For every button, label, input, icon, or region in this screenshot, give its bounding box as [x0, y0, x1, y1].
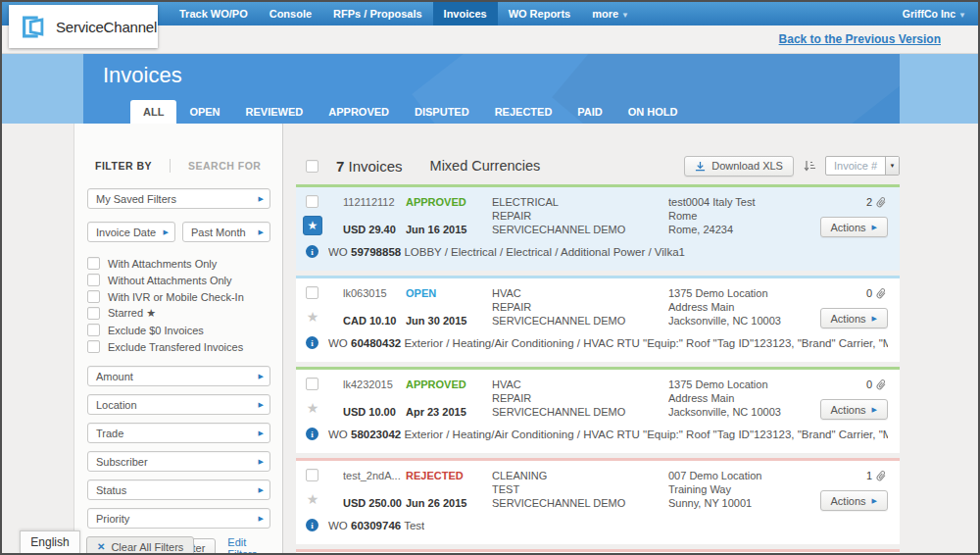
wo-description: LOBBY / Electrical / Electrical / Additi… [404, 246, 685, 258]
tab-on-hold[interactable]: ON HOLD [615, 100, 691, 124]
invoice-number[interactable]: lk063015 [343, 286, 406, 300]
invoice-date-select[interactable]: Invoice Date ▶ [87, 222, 175, 242]
location-line: 1375 Demo Location [668, 286, 823, 300]
invoice-number[interactable]: 112112112 [343, 195, 406, 209]
info-icon[interactable]: i [306, 428, 318, 440]
invoice-date: Jun 16 2015 [406, 223, 492, 236]
invoice-number[interactable]: lk4232015 [343, 378, 406, 391]
trade-line: SERVICECHANNEL DEMO [492, 405, 668, 419]
trade-line: HVAC [492, 286, 668, 300]
star-icon[interactable]: ★ [303, 489, 322, 509]
nav-track-wopo[interactable]: Track WO/PO [169, 2, 259, 25]
location-filter-select[interactable]: Location▶ [87, 394, 270, 415]
actions-button[interactable]: Actions ▶ [820, 399, 888, 420]
sort-order-icon[interactable] [803, 159, 816, 173]
nav-wo-reports[interactable]: WO Reports [498, 2, 582, 25]
attachments-count[interactable]: 0 [866, 286, 886, 300]
star-icon[interactable]: ★ [303, 307, 322, 327]
date-range-select[interactable]: Past Month ▶ [182, 222, 270, 242]
subscriber-filter-select[interactable]: Subscriber▶ [87, 451, 270, 472]
info-icon[interactable]: i [306, 336, 318, 349]
status-badge: REJECTED [406, 469, 492, 482]
page-title: Invoices [103, 63, 182, 88]
location-line: 1375 Demo Location [668, 378, 823, 391]
invoice-row-partial [296, 549, 900, 555]
tab-disputed[interactable]: DISPUTED [402, 100, 482, 124]
language-selector[interactable]: English [20, 530, 80, 553]
actions-button[interactable]: Actions ▶ [820, 217, 888, 237]
row-checkbox[interactable] [306, 286, 318, 299]
tab-reviewed[interactable]: REVIEWED [233, 100, 317, 124]
chevron-right-icon: ▶ [164, 227, 169, 235]
row-checkbox[interactable] [306, 195, 318, 208]
brand-logo[interactable]: ServiceChannel [9, 5, 158, 48]
trade-line: REPAIR [492, 209, 668, 223]
work-order-info: i WO 60480432 Exterior / Heating/Air Con… [306, 336, 888, 349]
paperclip-icon [873, 194, 889, 210]
select-all-checkbox[interactable] [306, 160, 318, 173]
checkbox-label: Exclude Transfered Invoices [108, 341, 243, 353]
tab-all[interactable]: ALL [130, 100, 176, 124]
exclude-zero-invoices-checkbox[interactable] [87, 324, 100, 336]
row-checkbox[interactable] [306, 378, 318, 390]
invoice-number[interactable]: test_2ndA... [343, 469, 406, 482]
invoice-amount: USD 250.00 [343, 496, 406, 510]
actions-button[interactable]: Actions ▶ [820, 308, 888, 328]
trade-filter-select[interactable]: Trade▶ [87, 423, 270, 443]
filter-sidebar: FILTER BY SEARCH FOR My Saved Filters ▶ … [74, 124, 283, 553]
main-area: FILTER BY SEARCH FOR My Saved Filters ▶ … [2, 124, 978, 553]
filter-by-tab[interactable]: FILTER BY [95, 160, 152, 172]
back-to-previous-version-link[interactable]: Back to the Previous Version [779, 32, 941, 46]
chevron-down-icon: ▼ [885, 157, 899, 175]
row-checkbox[interactable] [306, 469, 318, 481]
wo-description: Test [404, 520, 424, 531]
without-attachments-checkbox[interactable] [87, 274, 100, 286]
amount-filter-select[interactable]: Amount▶ [87, 366, 270, 386]
status-badge: OPEN [406, 286, 492, 300]
tab-approved[interactable]: APPROVED [316, 100, 402, 124]
actions-button[interactable]: Actions ▶ [820, 490, 888, 511]
paperclip-icon [873, 285, 889, 301]
trade-line: CLEANING [492, 469, 668, 482]
starred-checkbox[interactable] [87, 307, 100, 320]
chevron-right-icon: ▶ [259, 400, 264, 408]
invoice-row: ★ lk063015 CAD 10.10 OPEN Jun 30 2015 HV… [296, 276, 900, 362]
info-icon[interactable]: i [306, 519, 318, 531]
location-line: Jacksonville, NC 10003 [668, 314, 823, 328]
page-banner: Invoices ALL OPEN REVIEWED APPROVED DISP… [2, 54, 978, 124]
star-icon[interactable]: ★ [303, 398, 322, 418]
clear-all-filters-button[interactable]: ✕ Clear All Filters [86, 536, 194, 555]
checkbox-label: Exclude $0 Invoices [108, 325, 204, 336]
nav-invoices[interactable]: Invoices [433, 2, 498, 25]
list-toolbar: 7 Invoices Mixed Currencies Download XLS… [296, 153, 900, 178]
star-icon[interactable]: ★ [303, 216, 322, 235]
edit-filters-link[interactable]: Edit Filters [227, 536, 270, 555]
my-saved-filters-select[interactable]: My Saved Filters ▶ [87, 188, 270, 209]
ivr-mobile-checkin-checkbox[interactable] [87, 290, 100, 303]
search-for-tab[interactable]: SEARCH FOR [188, 160, 261, 172]
sort-field-select[interactable]: Invoice # ▼ [825, 156, 900, 176]
tab-open[interactable]: OPEN [176, 100, 232, 124]
tab-rejected[interactable]: REJECTED [482, 100, 565, 124]
account-menu[interactable]: GriffCo Inc▼ [903, 2, 978, 25]
download-xls-button[interactable]: Download XLS [684, 156, 794, 177]
nav-console[interactable]: Console [259, 2, 322, 25]
status-filter-select[interactable]: Status▶ [87, 479, 270, 500]
attachments-count[interactable]: 1 [866, 469, 886, 482]
trade-line: REPAIR [492, 391, 668, 405]
info-icon[interactable]: i [306, 245, 318, 258]
trade-line: TEST [492, 482, 668, 496]
location-line: 007 Demo Location [668, 469, 823, 482]
nav-rfps-proposals[interactable]: RFPs / Proposals [322, 2, 432, 25]
invoice-date: Jun 30 2015 [406, 314, 492, 328]
chevron-right-icon: ▶ [259, 227, 264, 235]
checkbox-label: With Attachments Only [108, 258, 217, 270]
attachments-count[interactable]: 2 [866, 195, 886, 209]
tab-paid[interactable]: PAID [564, 100, 614, 124]
priority-filter-select[interactable]: Priority▶ [87, 508, 270, 529]
attachments-count[interactable]: 0 [866, 378, 886, 391]
nav-more[interactable]: more▼ [581, 2, 640, 25]
with-attachments-checkbox[interactable] [87, 257, 100, 270]
exclude-transfered-checkbox[interactable] [87, 340, 100, 353]
chevron-right-icon: ▶ [259, 194, 264, 202]
